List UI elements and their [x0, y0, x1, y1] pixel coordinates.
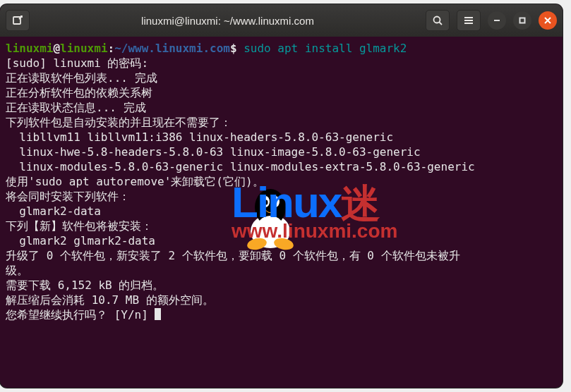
output-line: 下列【新】软件包将被安装： [6, 219, 152, 233]
close-button[interactable] [539, 11, 557, 30]
search-button[interactable] [426, 10, 450, 31]
titlebar-left [6, 10, 30, 31]
prompt-host: linuxmi [60, 42, 107, 55]
output-line: 使用'sudo apt autoremove'来卸载它(它们)。 [6, 175, 264, 188]
maximize-button[interactable] [513, 11, 531, 30]
hamburger-icon [463, 15, 474, 26]
titlebar: linuxmi@linuxmi: ~/www.linuxmi.com [0, 4, 563, 37]
minimize-icon [493, 17, 500, 24]
output-line: 正在读取软件包列表... 完成 [6, 71, 157, 85]
output-line: 下列软件包是自动安装的并且现在不需要了： [6, 116, 232, 129]
output-line: 正在分析软件包的依赖关系树 [6, 86, 200, 99]
maximize-icon [519, 17, 526, 24]
output-line: glmark2-data [6, 204, 101, 218]
svg-point-1 [434, 17, 440, 23]
output-line: libllvm11 libllvm11:i386 linux-headers-5… [6, 130, 393, 144]
minimize-button[interactable] [488, 11, 506, 30]
output-line: 将会同时安装下列软件： [6, 190, 130, 203]
svg-rect-2 [520, 18, 525, 23]
titlebar-right [426, 10, 557, 31]
terminal-window: linuxmi@linuxmi: ~/www.linuxmi.com linux… [0, 4, 563, 388]
prompt-path: ~/www.linuxmi.com [114, 42, 230, 55]
output-line: 需要下载 6,152 kB 的归档。 [6, 278, 164, 292]
prompt-colon: : [108, 42, 115, 55]
close-icon [544, 17, 551, 24]
output-line: 升级了 0 个软件包，新安装了 2 个软件包，要卸载 0 个软件包，有 0 个软… [6, 249, 460, 262]
prompt-at: @ [53, 42, 60, 55]
new-tab-icon [12, 15, 23, 26]
command-text: sudo apt install glmark2 [244, 42, 407, 55]
output-line: 级。 [6, 264, 28, 277]
new-tab-button[interactable] [6, 10, 30, 31]
output-line: linux-hwe-5.8-headers-5.8.0-63 linux-ima… [6, 145, 421, 159]
output-line: 您希望继续执行吗？ [Y/n] [6, 308, 155, 321]
search-icon [432, 15, 443, 26]
cursor [155, 308, 161, 320]
prompt-user: linuxmi [6, 42, 53, 55]
output-line: linux-modules-5.8.0-63-generic linux-mod… [6, 160, 475, 173]
terminal-body[interactable]: linuxmi@linuxmi:~/www.linuxmi.com$ sudo … [0, 37, 563, 326]
output-line: 正在读取状态信息... 完成 [6, 101, 193, 114]
prompt-dollar: $ [230, 42, 244, 55]
menu-button[interactable] [457, 10, 481, 31]
output-line: [sudo] linuxmi 的密码: [6, 56, 155, 70]
window-title: linuxmi@linuxmi: ~/www.linuxmi.com [35, 15, 420, 27]
output-line: glmark2 glmark2-data [6, 234, 155, 247]
output-line: 解压缩后会消耗 10.7 MB 的额外空间。 [6, 293, 214, 307]
